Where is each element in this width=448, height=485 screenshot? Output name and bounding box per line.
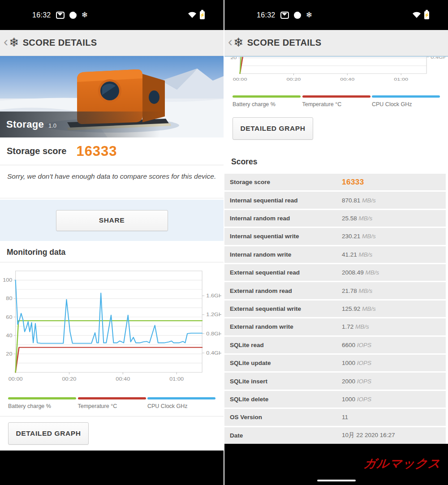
app-header: ‹ ❄ SCORE DETAILS bbox=[224, 30, 448, 56]
wifi-icon bbox=[412, 12, 421, 18]
timer-icon bbox=[294, 12, 301, 19]
app-header: ‹ ❄ SCORE DETAILS bbox=[0, 30, 224, 56]
page-title: SCORE DETAILS bbox=[23, 38, 97, 48]
status-time: 16:32 bbox=[257, 11, 276, 19]
table-row: SQLite insert 2000 IOPS bbox=[224, 373, 446, 389]
monitoring-chart-card: 00:0000:2000:4001:00100806040201.6GHz1.2… bbox=[0, 262, 224, 416]
row-value: 125.92 MB/s bbox=[342, 305, 376, 312]
monitoring-data-title: Monitoring data bbox=[0, 242, 224, 262]
row-label: SQLite insert bbox=[230, 378, 267, 385]
table-row: Storage score 16333 bbox=[224, 174, 446, 190]
hero-version: 1.0 bbox=[48, 122, 56, 129]
score-label: Storage score bbox=[7, 146, 66, 156]
svg-text:80: 80 bbox=[6, 296, 12, 301]
chart-legend: Battery charge %Temperature °CCPU Clock … bbox=[2, 395, 222, 413]
legend-label: CPU Clock GHz bbox=[147, 403, 188, 409]
svg-text:00:40: 00:40 bbox=[340, 77, 354, 81]
row-label: OS Version bbox=[230, 414, 262, 421]
home-indicator[interactable] bbox=[317, 480, 356, 481]
svg-text:40: 40 bbox=[6, 332, 12, 338]
row-value: 1000 IOPS bbox=[342, 360, 371, 366]
row-label: External random write bbox=[230, 323, 293, 330]
snowflake-icon: ❄ bbox=[82, 11, 88, 19]
legend-color-bar bbox=[372, 95, 440, 98]
app-snowflake-icon: ❄ bbox=[9, 37, 19, 49]
watermark-logo: ガルマックス bbox=[363, 455, 442, 472]
table-row: SQLite read 6600 IOPS bbox=[224, 337, 446, 353]
table-row: Internal sequential write 230.21 MB/s bbox=[224, 228, 446, 245]
detailed-graph-button[interactable]: DETAILED GRAPH bbox=[8, 422, 89, 445]
row-label: SQLite delete bbox=[230, 396, 268, 403]
row-value: 11 bbox=[342, 414, 348, 421]
table-row: External sequential read 2008.49 MB/s bbox=[224, 264, 446, 281]
share-button[interactable]: SHARE bbox=[56, 210, 168, 231]
svg-text:00:40: 00:40 bbox=[116, 376, 130, 382]
row-value: 230.21 MB/s bbox=[342, 233, 376, 240]
legend-label: CPU Clock GHz bbox=[372, 101, 412, 107]
page: 16:32 ❄ ⚡ ‹ ❄ SCORE DETAILS bbox=[0, 0, 448, 485]
row-label: External random read bbox=[230, 288, 292, 294]
battery-charging-icon: ⚡ bbox=[424, 11, 429, 19]
monitoring-chart-cropped: 00:0000:2000:4001:00100806040201.6GHz1.2… bbox=[224, 56, 448, 112]
svg-text:00:20: 00:20 bbox=[287, 77, 301, 81]
legend-label: Battery charge % bbox=[233, 101, 276, 107]
legend-color-bar bbox=[78, 397, 146, 399]
legend-item: Temperature °C bbox=[78, 397, 146, 410]
row-value: 870.81 MB/s bbox=[342, 197, 376, 204]
legend-color-bar bbox=[147, 397, 215, 399]
chart-legend: Battery charge %Temperature °CCPU Clock … bbox=[226, 93, 446, 112]
back-chevron-icon[interactable]: ‹ bbox=[4, 35, 9, 51]
table-row: OS Version 11 bbox=[224, 409, 446, 425]
status-time: 16:32 bbox=[32, 11, 51, 19]
legend-item: Temperature °C bbox=[302, 95, 370, 108]
svg-text:1.2GHz: 1.2GHz bbox=[206, 312, 221, 318]
gesture-bar-area: ガルマックス bbox=[224, 444, 448, 485]
svg-text:01:00: 01:00 bbox=[394, 77, 408, 81]
table-row: External random read 21.78 MB/s bbox=[224, 282, 446, 299]
left-screenshot: 16:32 ❄ ⚡ ‹ ❄ SCORE DETAILS bbox=[0, 0, 224, 485]
svg-text:20: 20 bbox=[6, 351, 12, 356]
svg-text:100: 100 bbox=[3, 277, 13, 283]
status-bar: 16:32 ❄ ⚡ bbox=[224, 0, 448, 30]
legend-item: CPU Clock GHz bbox=[147, 397, 215, 410]
legend-label: Battery charge % bbox=[8, 403, 51, 409]
status-bar: 16:32 ❄ ⚡ bbox=[0, 0, 224, 30]
table-row: Internal random read 25.58 MB/s bbox=[224, 210, 446, 227]
legend-color-bar bbox=[233, 95, 301, 98]
row-value: 16333 bbox=[342, 178, 364, 187]
row-label: Storage score bbox=[230, 179, 270, 185]
table-row: Date 10月 22 2020 16:27 bbox=[224, 427, 446, 444]
table-row: SQLite delete 1000 IOPS bbox=[224, 391, 446, 408]
legend-item: CPU Clock GHz bbox=[372, 95, 440, 108]
gmail-icon bbox=[56, 12, 65, 19]
hero-label-band: Storage 1.0 bbox=[0, 112, 224, 137]
svg-text:00:20: 00:20 bbox=[62, 376, 77, 382]
app-snowflake-icon: ❄ bbox=[233, 37, 244, 49]
hero-title: Storage bbox=[6, 119, 44, 130]
legend-label: Temperature °C bbox=[78, 403, 117, 409]
row-value: 10月 22 2020 16:27 bbox=[342, 431, 395, 439]
svg-text:0.4GHz: 0.4GHz bbox=[206, 350, 221, 356]
legend-color-bar bbox=[302, 95, 370, 98]
legend-item: Battery charge % bbox=[233, 95, 301, 108]
legend-item: Battery charge % bbox=[8, 397, 76, 410]
legend-color-bar bbox=[8, 397, 76, 399]
legend-label: Temperature °C bbox=[302, 101, 342, 107]
gmail-icon bbox=[280, 12, 289, 19]
detailed-graph-button[interactable]: DETAILED GRAPH bbox=[233, 117, 313, 140]
row-label: Internal sequential write bbox=[230, 233, 299, 240]
detailed-graph-row: DETAILED GRAPH bbox=[224, 112, 448, 146]
row-value: 1000 IOPS bbox=[342, 396, 371, 403]
score-value: 16333 bbox=[76, 143, 117, 159]
scores-title: Scores bbox=[224, 146, 448, 174]
table-row: External random write 1.72 MB/s bbox=[224, 318, 446, 335]
svg-text:01:00: 01:00 bbox=[169, 376, 184, 382]
score-row: Storage score 16333 bbox=[0, 137, 224, 165]
svg-text:60: 60 bbox=[6, 314, 12, 320]
wifi-icon bbox=[188, 12, 197, 18]
row-label: Date bbox=[230, 432, 243, 439]
svg-text:20: 20 bbox=[230, 57, 237, 60]
row-label: SQLite update bbox=[230, 360, 271, 366]
row-value: 1.72 MB/s bbox=[342, 323, 369, 330]
back-chevron-icon[interactable]: ‹ bbox=[228, 35, 233, 51]
